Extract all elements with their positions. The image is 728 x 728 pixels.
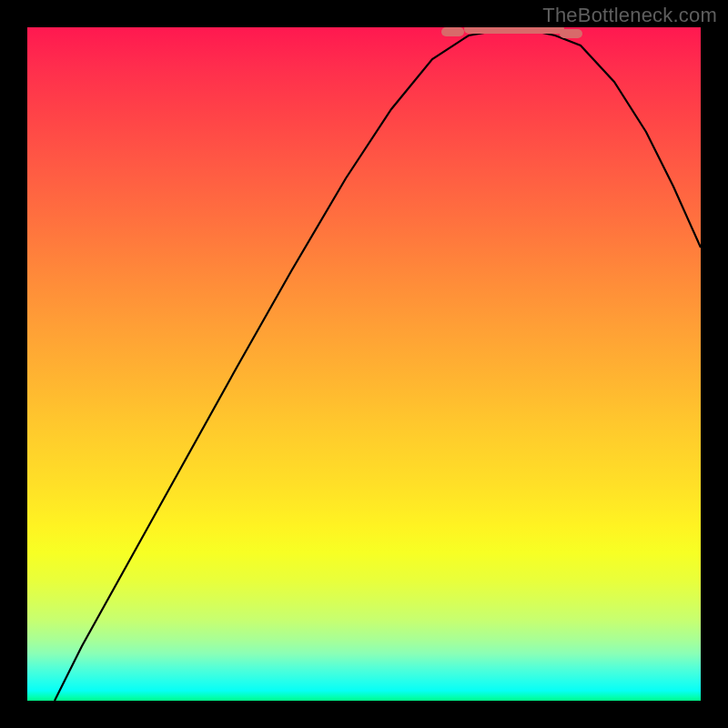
watermark-text: TheBottleneck.com <box>542 4 717 27</box>
trough-marker-left <box>441 27 464 36</box>
bottleneck-curve <box>27 27 701 701</box>
trough-marker-main <box>464 27 564 34</box>
chart-plot-area <box>27 27 701 701</box>
trough-marker-right <box>560 29 582 38</box>
